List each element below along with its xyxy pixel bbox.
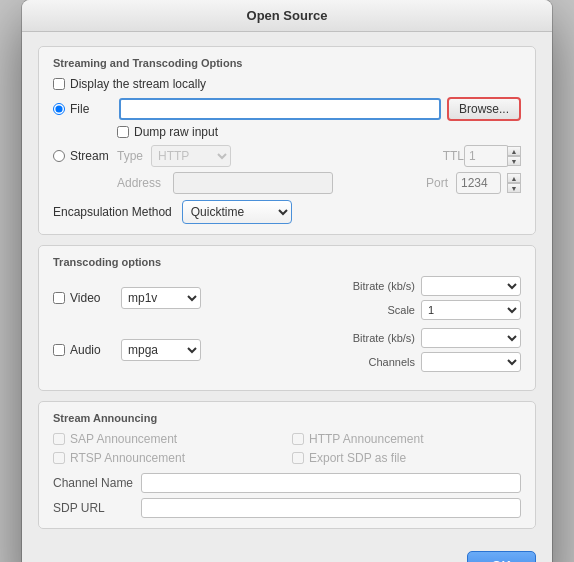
ttl-down[interactable]: ▼ [507, 156, 521, 166]
sap-checkbox[interactable] [53, 433, 65, 445]
browse-button[interactable]: Browse... [447, 97, 521, 121]
video-checkbox[interactable] [53, 292, 65, 304]
ttl-spinner[interactable]: ▲ ▼ [507, 146, 521, 166]
channel-name-input[interactable] [141, 473, 521, 493]
sdp-url-input[interactable] [141, 498, 521, 518]
dialog-title: Open Source [22, 0, 552, 32]
streaming-section: Streaming and Transcoding Options Displa… [38, 46, 536, 235]
rtsp-checkbox[interactable] [53, 452, 65, 464]
audio-bitrate-select[interactable] [421, 328, 521, 348]
sap-label[interactable]: SAP Announcement [53, 432, 282, 446]
encap-row: Encapsulation Method Quicktime [53, 200, 521, 224]
audio-bitrate-item: Bitrate (kb/s) [335, 328, 521, 348]
port-up[interactable]: ▲ [507, 173, 521, 183]
announce-fields: Channel Name SDP URL [53, 473, 521, 518]
audio-bitrate-label: Bitrate (kb/s) [335, 332, 415, 344]
file-radio-label[interactable]: File [53, 102, 113, 116]
encap-label: Encapsulation Method [53, 205, 172, 219]
transcoding-section: Transcoding options Video mp1v Bitrate (… [38, 245, 536, 391]
type-label: Type [117, 149, 147, 163]
channel-name-label: Channel Name [53, 476, 133, 490]
video-bitrate-group: Bitrate (kb/s) Scale 1 [335, 276, 521, 320]
dump-raw-label[interactable]: Dump raw input [117, 125, 521, 139]
file-input[interactable] [119, 98, 441, 120]
port-input[interactable] [456, 172, 501, 194]
port-down[interactable]: ▼ [507, 183, 521, 193]
dump-raw-checkbox[interactable] [117, 126, 129, 138]
audio-bitrate-group: Bitrate (kb/s) Channels [335, 328, 521, 372]
stream-radio-label[interactable]: Stream [53, 149, 113, 163]
type-select[interactable]: HTTP [151, 145, 231, 167]
video-checkbox-label[interactable]: Video [53, 291, 113, 305]
channels-select[interactable] [421, 352, 521, 372]
dump-raw-row: Dump raw input [117, 125, 521, 139]
display-stream-checkbox[interactable] [53, 78, 65, 90]
audio-row: Audio mpga Bitrate (kb/s) Channels [53, 328, 521, 372]
scale-select[interactable]: 1 [421, 300, 521, 320]
video-bitrate-item: Bitrate (kb/s) [335, 276, 521, 296]
transcoding-section-title: Transcoding options [53, 256, 521, 268]
ok-button[interactable]: OK [467, 551, 537, 562]
scale-label: Scale [335, 304, 415, 316]
http-announce-checkbox[interactable] [292, 433, 304, 445]
ttl-label: TTL [443, 149, 464, 163]
open-source-dialog: Open Source Streaming and Transcoding Op… [22, 0, 552, 562]
http-announce-label[interactable]: HTTP Announcement [292, 432, 521, 446]
file-radio[interactable] [53, 103, 65, 115]
address-label: Address [117, 176, 161, 190]
streaming-section-title: Streaming and Transcoding Options [53, 57, 521, 69]
dialog-footer: OK [22, 543, 552, 562]
export-sdp-checkbox[interactable] [292, 452, 304, 464]
sdp-url-label: SDP URL [53, 501, 133, 515]
port-spinner[interactable]: ▲ ▼ [507, 173, 521, 193]
file-row: File Browse... [53, 97, 521, 121]
rtsp-label[interactable]: RTSP Announcement [53, 451, 282, 465]
channel-name-row: Channel Name [53, 473, 521, 493]
announcing-section: Stream Announcing SAP Announcement HTTP … [38, 401, 536, 529]
video-bitrate-label: Bitrate (kb/s) [335, 280, 415, 292]
address-input[interactable] [173, 172, 333, 194]
stream-radio[interactable] [53, 150, 65, 162]
video-codec-select[interactable]: mp1v [121, 287, 201, 309]
announcing-title: Stream Announcing [53, 412, 521, 424]
dialog-content: Streaming and Transcoding Options Displa… [22, 32, 552, 543]
video-row: Video mp1v Bitrate (kb/s) Scale [53, 276, 521, 320]
sdp-url-row: SDP URL [53, 498, 521, 518]
channels-item: Channels [335, 352, 521, 372]
channels-label: Channels [335, 356, 415, 368]
audio-codec-select[interactable]: mpga [121, 339, 201, 361]
video-scale-item: Scale 1 [335, 300, 521, 320]
address-row: Address Port ▲ ▼ [117, 172, 521, 194]
display-stream-label[interactable]: Display the stream locally [53, 77, 206, 91]
display-stream-row: Display the stream locally [53, 77, 521, 91]
announce-checkboxes: SAP Announcement HTTP Announcement RTSP … [53, 432, 521, 465]
ttl-input[interactable] [464, 145, 509, 167]
encap-select[interactable]: Quicktime [182, 200, 292, 224]
video-bitrate-select[interactable] [421, 276, 521, 296]
port-label: Port [426, 176, 448, 190]
export-sdp-label[interactable]: Export SDP as file [292, 451, 521, 465]
stream-row: Stream Type HTTP TTL ▲ ▼ [53, 145, 521, 167]
audio-checkbox[interactable] [53, 344, 65, 356]
ttl-up[interactable]: ▲ [507, 146, 521, 156]
audio-checkbox-label[interactable]: Audio [53, 343, 113, 357]
